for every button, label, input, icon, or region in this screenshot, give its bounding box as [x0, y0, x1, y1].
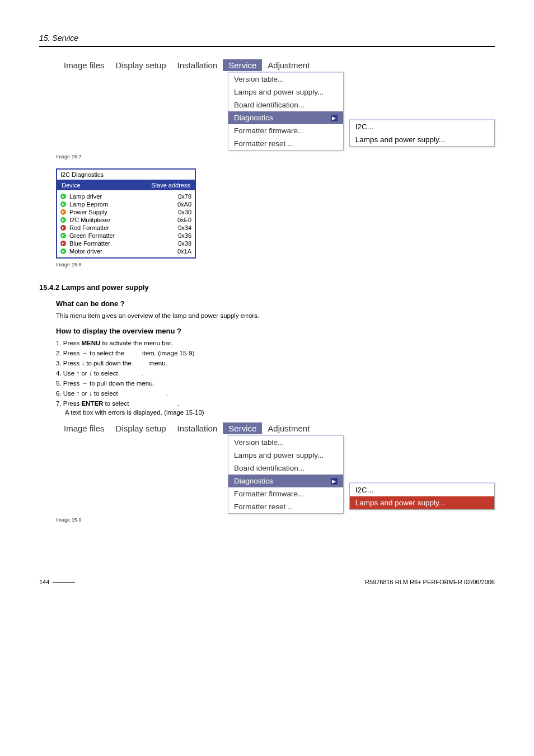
step-3: Press ↓ to pull down the menu. [56, 360, 495, 367]
slave-address: 0xA0 [177, 201, 191, 208]
diag-row: ▸Blue Formatter0x38 [60, 240, 191, 247]
mi-diagnostics-label: Diagnostics [234, 114, 273, 122]
tab-adjustment-b[interactable]: Adjustment [262, 422, 315, 434]
device-name: Green Formatter [69, 232, 115, 239]
status-dot-icon: ▸ [60, 194, 66, 199]
device-name: Power Supply [69, 209, 107, 215]
status-dot-icon: ▸ [60, 248, 66, 254]
step-4: Use ↑ or ↓ to select . [56, 370, 495, 377]
caption-a: Image 15-7 [56, 154, 495, 159]
text-what: This menu item gives an overview of the … [56, 312, 495, 319]
mi-diagnostics-label-b: Diagnostics [234, 477, 273, 485]
step-7: Press ENTER to select . A text box with … [56, 400, 495, 416]
device-name: Lamp driver [69, 193, 102, 200]
submenu-arrow-icon-b: ▶ [331, 478, 338, 485]
tab-display-setup-b[interactable]: Display setup [110, 422, 172, 434]
s6b: . [166, 390, 168, 397]
diag-head: Device Slave address [57, 180, 195, 190]
mi-formatter-fw-b[interactable]: Formatter firmware... [228, 487, 343, 500]
mi-version-table-b[interactable]: Version table... [228, 436, 343, 449]
tab-service[interactable]: Service [223, 59, 262, 71]
slave-address: 0x30 [178, 209, 191, 215]
mi-formatter-fw[interactable]: Formatter firmware... [228, 124, 343, 137]
caption-diag: Image 15-8 [56, 262, 495, 267]
col-device: Device [62, 182, 81, 189]
steps-list: Press MENU to activate the menu bar. Pre… [56, 340, 495, 416]
submenu-lamps[interactable]: Lamps and power supply... [350, 133, 494, 146]
menu-figure-b: Image files Display setup Installation S… [56, 421, 495, 514]
step-5: Press → to pull down the menu. [56, 380, 495, 387]
mi-lamps-power-b[interactable]: Lamps and power supply... [228, 449, 343, 462]
s7d: . [177, 400, 179, 407]
s4b: . [141, 370, 143, 377]
s3a: Press ↓ to pull down the [63, 360, 133, 367]
mi-board-id[interactable]: Board identification... [228, 98, 343, 111]
status-dot-icon: ▸ [60, 225, 66, 231]
submenu-arrow-icon: ▶ [331, 115, 338, 121]
submenu-i2c-b[interactable]: I2C... [350, 483, 494, 496]
submenu-lamps-b[interactable]: Lamps and power supply... [350, 496, 494, 509]
caption-b: Image 15-9 [56, 517, 495, 523]
service-dropdown-b: Version table... Lamps and power supply.… [228, 435, 344, 514]
subhead-what: What can be done ? [56, 299, 495, 308]
mi-formatter-reset[interactable]: Formatter reset ... [228, 137, 343, 150]
device-name: I2C Mulitplexer [69, 217, 110, 223]
status-dot-icon: ▸ [60, 241, 66, 246]
diagnostics-submenu-b: I2C... Lamps and power supply... [349, 482, 495, 510]
subhead-how: How to display the overview menu ? [56, 327, 495, 335]
header-rule [39, 46, 495, 47]
menu-figure-a: Image files Display setup Installation S… [56, 58, 495, 151]
slave-address: 0x36 [178, 232, 191, 239]
s1b: MENU [81, 340, 100, 346]
page-footer: 144 R5976816 RLM R6+ PERFORMER 02/06/200… [39, 579, 495, 585]
step-1: Press MENU to activate the menu bar. [56, 340, 495, 346]
tab-service-b[interactable]: Service [223, 422, 262, 434]
tab-adjustment[interactable]: Adjustment [262, 59, 315, 71]
mi-version-table[interactable]: Version table... [228, 73, 343, 86]
device-name: Red Formatter [69, 224, 109, 231]
diag-row: ▸Green Formatter0x36 [60, 232, 191, 240]
mi-diagnostics[interactable]: Diagnostics ▶ [228, 111, 343, 124]
tab-image-files-b[interactable]: Image files [58, 422, 110, 434]
s2b: item. (image 15-9) [140, 350, 195, 356]
tab-display-setup[interactable]: Display setup [110, 59, 172, 71]
menubar-a: Image files Display setup Installation S… [56, 58, 495, 72]
s2a: Press → to select the [63, 350, 127, 356]
slave-address: 0x78 [178, 193, 191, 200]
status-dot-icon: ▸ [60, 209, 66, 215]
s7a: Press [63, 400, 82, 407]
section-title: 15.4.2 Lamps and power supply [39, 283, 495, 292]
tab-installation-b[interactable]: Installation [172, 422, 223, 434]
mi-board-id-b[interactable]: Board identification... [228, 462, 343, 475]
service-dropdown-a: Version table... Lamps and power supply.… [228, 72, 344, 151]
slave-address: 0x38 [178, 240, 191, 247]
mi-formatter-reset-b[interactable]: Formatter reset ... [228, 500, 343, 513]
status-dot-icon: ▸ [60, 201, 66, 207]
submenu-i2c[interactable]: I2C... [350, 120, 494, 133]
step-2: Press → to select the item. (image 15-9) [56, 350, 495, 356]
s3b: menu. [148, 360, 167, 367]
device-name: Blue Formatter [69, 240, 110, 247]
diag-row: ▸Power Supply0x30 [60, 208, 191, 216]
step-6: Use ↑ or ↓ to select . [56, 390, 495, 397]
diag-row: ▸Lamp Eeprom0xA0 [60, 200, 191, 208]
mi-lamps-power[interactable]: Lamps and power supply... [228, 86, 343, 98]
slave-address: 0x34 [178, 224, 191, 231]
status-dot-icon: ▸ [60, 217, 66, 223]
diag-row: ▸I2C Mulitplexer0xE0 [60, 216, 191, 224]
device-name: Motor driver [69, 248, 102, 255]
s6a: Use ↑ or ↓ to select [63, 390, 120, 397]
step-7-note: A text box with errors is displayed. (im… [65, 409, 495, 416]
s1a: Press [63, 340, 82, 346]
diag-row: ▸Red Formatter0x34 [60, 224, 191, 232]
page-number: 144 [39, 579, 49, 585]
mi-diagnostics-b[interactable]: Diagnostics ▶ [228, 475, 343, 487]
device-name: Lamp Eeprom [69, 201, 108, 208]
tab-installation[interactable]: Installation [172, 59, 223, 71]
diag-row: ▸Lamp driver0x78 [60, 192, 191, 200]
tab-image-files[interactable]: Image files [58, 59, 110, 71]
diag-row: ▸Motor driver0x1A [60, 247, 191, 255]
status-dot-icon: ▸ [60, 233, 66, 238]
s4a: Use ↑ or ↓ to select [63, 370, 120, 377]
i2c-diagnostics-box: I2C Diagnostics Device Slave address ▸La… [56, 168, 196, 259]
